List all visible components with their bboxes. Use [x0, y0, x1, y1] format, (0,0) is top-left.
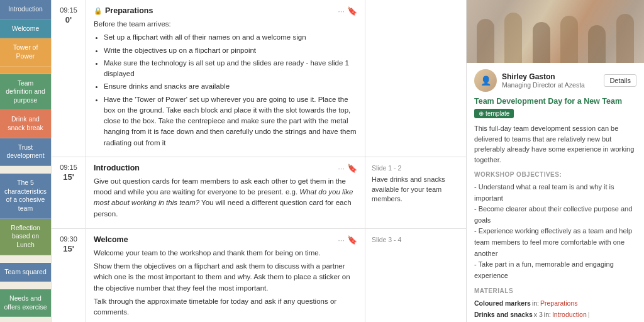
- duration-value: 15': [55, 244, 82, 253]
- session-body-0: Before the team arrives:Set up a flipcha…: [94, 19, 357, 148]
- session-main-1: Introduction···🔖Give out question cards …: [86, 157, 365, 228]
- body-paragraph: Talk through the approximate timetable f…: [94, 296, 357, 318]
- sidebar-item-the-5-characteristic[interactable]: The 5 characteristics of a cohesive team: [0, 174, 51, 219]
- objective-item: Experience working effectively as a team…: [474, 226, 636, 259]
- bookmark-icon[interactable]: 🔖: [347, 164, 357, 173]
- session-body-1: Give out question cards for team members…: [94, 176, 357, 219]
- sidebar-item-empty: [0, 166, 51, 174]
- session-block-1: 09:1515'Introduction···🔖Give out questio…: [52, 157, 466, 229]
- session-time-2: 09:3015': [52, 229, 86, 322]
- time-value: 09:15: [55, 6, 82, 14]
- material-link[interactable]: Preparations: [540, 298, 578, 309]
- sidebar-item-welcome[interactable]: Welcome: [0, 19, 51, 39]
- bookmark-icon[interactable]: 🔖: [347, 6, 357, 16]
- material-count: x 3: [534, 309, 543, 321]
- session-body-2: Welcome your team to the workshop and th…: [94, 248, 357, 318]
- session-notes-1: Slide 1 - 2Have drinks and snacks availa…: [365, 157, 466, 228]
- material-name: Coloured markers: [474, 298, 531, 309]
- bullet-item: Make sure the technology is all set up a…: [104, 58, 357, 80]
- sidebar-item-introduction[interactable]: Introduction: [0, 0, 51, 19]
- author-role: Managing Director at Azesta: [502, 81, 599, 89]
- objectives-heading: Workshop Objectives:: [474, 171, 636, 178]
- right-panel: 👤 Shirley Gaston Managing Director at Az…: [467, 0, 644, 322]
- duration-value: 15': [55, 172, 82, 182]
- bullet-item: Write the objectives up on a flipchart o…: [104, 45, 357, 56]
- session-header-2: Welcome···🔖: [94, 235, 357, 248]
- right-content: 👤 Shirley Gaston Managing Director at Az…: [467, 63, 644, 322]
- materials-list: Coloured markers in: PreparationsDrinks …: [474, 298, 636, 322]
- sidebar-item-team-definition-and-[interactable]: Team definition and purpose: [0, 74, 51, 111]
- author-info: Shirley Gaston Managing Director at Azes…: [502, 72, 599, 89]
- sidebar-item-drink-and-snack-brea[interactable]: Drink and snack break: [0, 110, 51, 138]
- objective-item: Take part in a fun, memorable and engagi…: [474, 259, 636, 281]
- body-paragraph: Show them the objectives on a flipchart …: [94, 261, 357, 294]
- session-header-0: 🔒Preparations···🔖: [94, 6, 357, 19]
- workshop-description: This full-day team development session c…: [474, 123, 636, 165]
- duration-value: 0': [55, 15, 82, 25]
- workshop-title: Team Development Day for a New Team: [474, 97, 636, 106]
- time-value: 09:15: [55, 164, 82, 171]
- session-menu-0[interactable]: ···🔖: [338, 6, 357, 16]
- slide-label-1: Slide 1 - 2: [372, 164, 460, 173]
- ellipsis-icon[interactable]: ···: [338, 235, 345, 245]
- objectives-list: Understand what a real team is and why i…: [474, 182, 636, 281]
- sidebar-item-team-squared[interactable]: Team squared: [0, 263, 51, 282]
- session-main-0: 🔒Preparations···🔖Before the team arrives…: [86, 0, 365, 157]
- session-header-1: Introduction···🔖: [94, 164, 357, 176]
- session-menu-2[interactable]: ···🔖: [338, 235, 357, 245]
- session-block-0: 09:150'🔒Preparations···🔖Before the team …: [52, 0, 466, 157]
- sidebar-item-empty: [0, 317, 51, 322]
- link-separator: |: [588, 309, 590, 321]
- sidebar-item-empty: [0, 282, 51, 289]
- bullet-item: Ensure drinks and snacks are available: [104, 81, 357, 92]
- sidebar-item-tower-of-power[interactable]: Tower of Power: [0, 38, 51, 66]
- session-time-1: 09:1515': [52, 157, 86, 228]
- session-menu-1[interactable]: ···🔖: [338, 164, 357, 173]
- material-in: in:: [532, 298, 539, 309]
- body-paragraph: Give out question cards for team members…: [94, 176, 357, 219]
- sidebar: IntroductionWelcomeTower of PowerTeam de…: [0, 0, 52, 322]
- notes-text-1: Have drinks and snacks available for you…: [372, 175, 460, 204]
- session-title-0: 🔒Preparations: [94, 6, 153, 15]
- slide-label-2: Slide 3 - 4: [372, 235, 460, 245]
- bookmark-icon[interactable]: 🔖: [347, 235, 357, 245]
- sidebar-item-empty: [0, 67, 51, 74]
- main-content: 09:150'🔒Preparations···🔖Before the team …: [52, 0, 467, 322]
- session-notes-2: Slide 3 - 4: [365, 229, 466, 322]
- sidebar-item-empty: [0, 255, 51, 263]
- bullet-item: Set up a flipchart with all of their nam…: [104, 32, 357, 43]
- bullet-item: Have the 'Tower of Power' set up whereve…: [104, 94, 357, 148]
- author-row: 👤 Shirley Gaston Managing Director at Az…: [474, 69, 636, 92]
- material-name: Drinks and snacks: [474, 309, 533, 321]
- session-title-2: Welcome: [94, 235, 128, 244]
- sidebar-item-reflection-based-on-[interactable]: Reflection based on Lunch: [0, 219, 51, 255]
- material-item: Coloured markers in: Preparations: [474, 298, 636, 309]
- session-block-2: 09:3015'Welcome···🔖Welcome your team to …: [52, 229, 466, 322]
- body-paragraph: Before the team arrives:: [94, 19, 357, 30]
- sidebar-item-trust-development[interactable]: Trust development: [0, 138, 51, 166]
- objective-item: Become clearer about their collective pu…: [474, 204, 636, 226]
- session-main-2: Welcome···🔖Welcome your team to the work…: [86, 229, 365, 322]
- time-value: 09:30: [55, 235, 82, 243]
- objective-item: Understand what a real team is and why i…: [474, 182, 636, 204]
- session-title-1: Introduction: [94, 164, 140, 172]
- avatar: 👤: [474, 69, 497, 92]
- materials-heading: MATERIALS: [474, 287, 636, 294]
- ellipsis-icon[interactable]: ···: [338, 6, 345, 16]
- session-bullets-0: Set up a flipchart with all of their nam…: [104, 32, 357, 148]
- template-badge: ⊕template: [474, 109, 514, 118]
- ellipsis-icon[interactable]: ···: [338, 164, 345, 173]
- body-paragraph: Welcome your team to the workshop and th…: [94, 248, 357, 258]
- details-button[interactable]: Details: [604, 74, 636, 87]
- sidebar-item-needs-and-offers-exe[interactable]: Needs and offers exercise: [0, 289, 51, 317]
- session-notes-0: [365, 0, 466, 157]
- material-link[interactable]: Introduction: [552, 309, 587, 321]
- material-item: Drinks and snacks x 3 in: Introduction |…: [474, 309, 636, 322]
- session-time-0: 09:150': [52, 0, 86, 157]
- workshop-photo: [467, 0, 644, 63]
- author-name: Shirley Gaston: [502, 72, 599, 81]
- material-in: in:: [544, 309, 551, 321]
- lock-icon: 🔒: [94, 7, 103, 14]
